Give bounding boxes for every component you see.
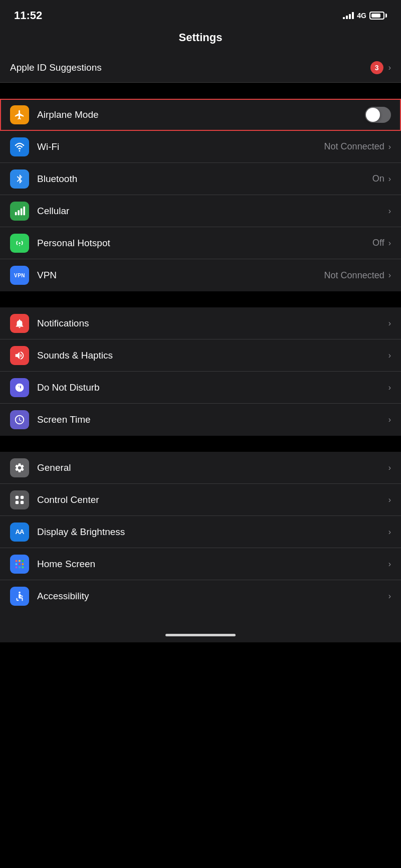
section-gap-3 [0,436,401,452]
svg-rect-6 [16,500,19,503]
cellular-svg-icon [14,206,25,217]
signal-bar-4 [352,12,354,19]
notifications-icon [10,314,29,333]
status-bar: 11:52 4G [0,0,401,27]
battery-fill [371,14,380,18]
dnd-svg-icon [14,382,25,393]
sounds-svg-icon [14,350,25,361]
vpn-value: Not Connected [324,270,384,281]
battery-icon [369,12,387,20]
sounds-haptics-chevron-icon: › [388,351,391,360]
battery-tip [385,14,387,18]
bluetooth-row[interactable]: Bluetooth On › [0,163,401,195]
bluetooth-value: On [372,173,384,184]
svg-rect-15 [19,566,21,568]
page-title: Settings [179,31,223,44]
signal-bar-3 [349,14,351,19]
svg-rect-8 [16,560,18,562]
section-gap-2 [0,291,401,307]
signal-bar-1 [343,17,345,19]
network-type: 4G [357,12,366,20]
sounds-haptics-icon [10,346,29,365]
do-not-disturb-row[interactable]: Do Not Disturb › [0,372,401,404]
accessibility-chevron-icon: › [388,592,391,601]
personal-hotspot-chevron-icon: › [388,239,391,248]
home-screen-label: Home Screen [37,559,388,570]
general-row[interactable]: General › [0,452,401,484]
screentime-svg-icon [14,414,25,425]
svg-rect-10 [22,560,24,562]
vpn-label: VPN [37,270,324,281]
wifi-chevron-icon: › [388,142,391,151]
sounds-haptics-row[interactable]: Sounds & Haptics › [0,339,401,372]
display-brightness-icon: AA [10,523,29,542]
signal-bar-2 [346,16,348,19]
display-brightness-chevron-icon: › [388,528,391,537]
status-time: 11:52 [14,9,42,22]
signal-bars-icon [343,12,354,19]
screen-time-icon [10,410,29,429]
display-text-icon: AA [16,528,24,536]
display-brightness-label: Display & Brightness [37,527,388,538]
svg-rect-5 [21,495,24,498]
cellular-icon [10,202,29,221]
wifi-value: Not Connected [324,141,384,152]
sounds-haptics-label: Sounds & Haptics [37,350,388,361]
apple-id-badge: 3 [370,61,383,74]
svg-rect-14 [16,566,18,568]
personal-hotspot-icon [10,234,29,253]
bluetooth-chevron-icon: › [388,175,391,184]
svg-rect-0 [15,212,17,215]
home-screen-svg-icon [14,559,25,570]
screen-time-row[interactable]: Screen Time › [0,404,401,436]
bluetooth-label: Bluetooth [37,173,372,185]
wifi-icon [10,137,29,156]
notifications-row[interactable]: Notifications › [0,307,401,339]
do-not-disturb-label: Do Not Disturb [37,382,388,393]
airplane-mode-label: Airplane Mode [37,109,361,120]
notifications-svg-icon [14,318,25,329]
home-screen-icon [10,555,29,574]
svg-rect-3 [23,206,25,215]
svg-point-17 [19,592,21,594]
svg-rect-12 [19,563,21,565]
vpn-text-icon: VPN [14,273,25,278]
control-center-row[interactable]: Control Center › [0,484,401,516]
connectivity-section: Airplane Mode Wi-Fi Not Connected › Blue… [0,99,401,291]
control-center-chevron-icon: › [388,495,391,504]
home-screen-row[interactable]: Home Screen › [0,548,401,580]
home-screen-chevron-icon: › [388,560,391,569]
apple-id-section: Apple ID Suggestions 3 › [0,53,401,83]
bluetooth-icon [10,169,29,189]
svg-rect-7 [21,500,24,503]
svg-rect-13 [22,563,24,565]
accessibility-row[interactable]: Accessibility › [0,580,401,612]
control-center-label: Control Center [37,494,388,505]
battery-body [369,12,384,20]
apple-id-right: 3 › [370,61,391,74]
apple-id-row[interactable]: Apple ID Suggestions 3 › [10,53,391,82]
general-icon [10,458,29,477]
personal-hotspot-label: Personal Hotspot [37,238,372,249]
vpn-chevron-icon: › [388,271,391,280]
airplane-mode-toggle[interactable] [365,107,391,123]
svg-rect-1 [18,210,20,215]
wifi-row[interactable]: Wi-Fi Not Connected › [0,131,401,163]
airplane-mode-icon [10,105,29,124]
general-chevron-icon: › [388,463,391,472]
notifications-chevron-icon: › [388,319,391,328]
home-indicator-area [0,612,401,642]
gear-svg-icon [14,462,25,473]
accessibility-label: Accessibility [37,591,388,602]
personal-hotspot-row[interactable]: Personal Hotspot Off › [0,227,401,259]
wifi-label: Wi-Fi [37,141,324,152]
system-section: Notifications › Sounds & Haptics › Do No… [0,307,401,436]
apple-id-chevron-icon: › [388,63,391,72]
display-brightness-row[interactable]: AA Display & Brightness › [0,516,401,548]
airplane-mode-row[interactable]: Airplane Mode [0,99,401,131]
status-icons: 4G [343,12,387,20]
cellular-row[interactable]: Cellular › [0,195,401,227]
airplane-icon [14,109,25,120]
vpn-row[interactable]: VPN VPN Not Connected › [0,259,401,291]
general-section: General › Control Center › AA Display & … [0,452,401,612]
